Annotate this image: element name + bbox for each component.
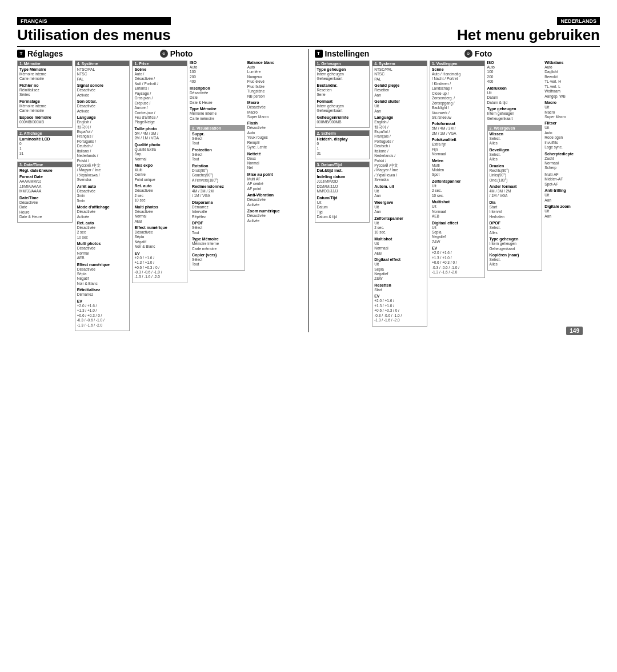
photo-icon-nl: ⊙ (464, 50, 472, 58)
fr-son-obtur: Son obtur. DésactivéeActivée (77, 99, 128, 114)
nl-geluid-sluiter: Geluid sluiter UitAan (374, 99, 425, 114)
fr-prise-multi: Multi photos DésactivéeNormalAEB (134, 205, 185, 224)
nl-scherptediepte2: Multi-AFMidden-AFSpot-AF (544, 172, 600, 187)
nl-systeem-header: 4. Systeem (372, 61, 427, 66)
nl-vastl-multishot: Multishot UitNormaalAEB (432, 200, 483, 219)
nl-digitale-zoom: Digitale zoom UitAan (544, 204, 600, 219)
title-nl: Het menu gebruiken (457, 26, 600, 44)
fr-prise-ret-auto: Ret. auto Désactivée2 sec10 sec (134, 184, 185, 203)
fr-multi-photos: Multi photos DésactivéeNormalAEB (77, 242, 128, 260)
fr-prise-body: Scène Auto /Désactivée /Nuit / Portrait … (133, 66, 187, 283)
nl-dpof: DPOF Select.Alles (490, 221, 540, 235)
fr-affichage-body: Luminosité LCD 0131 (18, 136, 72, 159)
fr-section-headers: T Réglages ⊙ Photo (17, 49, 303, 58)
fr-affichage-header: 2. Affichage (18, 131, 72, 136)
nl-wissen: Wissen Select.Alles (490, 132, 540, 146)
fr-datetime-body: Régl. date&heure Format Date AAAA/MM/JJJ… (18, 167, 72, 222)
fr-systeme-group: 4. Système NTSC/PAL NTSCPAL Signal sonor… (75, 61, 130, 331)
nl-dia: Dia StartIntervalHerhalen (490, 200, 540, 219)
nl-vastl-zelfontsp: Zelfontspanner Uit2 sec.10 sec. (432, 179, 483, 198)
fr-prise-header: 1. Prise (133, 61, 187, 66)
fr-mes-expo: Mes expo MultiCentrePoint unique (134, 163, 185, 182)
nl-macro: Macro UitMacroSuper Macro (544, 100, 600, 119)
fr-visualisation-group: 2. Visualisation Suppr. SélectTout Prote… (190, 125, 245, 271)
fr-reinit: Réinitialisez Démarrez (77, 288, 128, 297)
nl-helderh: Helderh. display 0131 (317, 137, 368, 156)
fr-rotation: Rotation Droit(90°)Gauche(90°)A l'envers… (192, 164, 243, 183)
fr-format-date: Format Date AAAA/MM/JJJJ/MM/AAAAMM/JJ/AA… (19, 175, 70, 194)
fr-diaporama: Diaporama DémarrezIntervalleRépétez (192, 200, 243, 219)
fr-prise-effect: Effect numérique DésactivéeSépiaNégatifN… (134, 226, 185, 250)
nl-beveiligen: Beveiligen Select.Alles (490, 148, 540, 162)
nl-digitaal-effect: Digitaal effect UitSepiaNegatiefZ&W (374, 257, 425, 281)
fr-dpof: DPOF SélectTout (192, 221, 243, 235)
nl-vastl-scene: Scène Auto / Handmatig/ Nacht / Portret/… (432, 67, 483, 120)
lang-badge-fr: FRANÇAIS (17, 17, 171, 25)
fr-iso: ISO Auto100200400 (190, 61, 245, 84)
header-right: NEDERLANDS Het menu gebruiken (457, 17, 600, 44)
fr-copier: Copier (vers) SélectTout (192, 253, 243, 267)
fr-mise-au-point: Mise au point Multi AFAF centréAF point (247, 172, 303, 191)
fr-memoire-header: 1. Mémoire (18, 61, 72, 66)
fr-date-time: Date/Time DésactivéeDateHeureDate & Heur… (19, 196, 70, 220)
nl-geheugen-group: 1. Geheugen Type geheugen Intern geheuge… (315, 61, 370, 128)
fr-balance-blanc: Balance blanc AutoLumièreNuageuxFluo éle… (247, 61, 303, 99)
fr-redim: Redimensionnez 4M / 3M / 2M/ 1M / VGA (192, 184, 243, 199)
nl-formaat: Formaat Intern geheugenGeheugenkaart (317, 99, 368, 114)
nl-col2: 4. Systeem NTSC/PAL NTSCPAL Geluid piepj… (372, 61, 427, 328)
fr-affichage-group: 2. Affichage Luminosité LCD 0131 (17, 130, 73, 159)
fr-col2: 4. Système NTSC/PAL NTSCPAL Signal sonor… (75, 61, 130, 332)
title-fr: Utilisation des menus (17, 26, 171, 44)
fr-col5: Balance blanc AutoLumièreNuageuxFluo éle… (247, 61, 303, 332)
nl-datum-tijd: Datum/Tijd UitDatumTijdDatum & tijd (317, 196, 368, 220)
nl-language: Language English /한국어 /Español /Français… (374, 115, 425, 183)
fr-datetime-header: 3. Date/Time (18, 162, 72, 167)
nl-dat-tijd-inst: Dat.&tijd inst. (317, 168, 368, 173)
page-wrapper: FRANÇAIS Utilisation des menus NEDERLAND… (17, 17, 600, 332)
fr-col3: 1. Prise Scène Auto /Désactivée /Nuit / … (132, 61, 187, 332)
nl-columns: 1. Geheugen Type geheugen Intern geheuge… (315, 61, 600, 328)
nl-geheugenruimte: Geheugenruimte 000MB/000MB (317, 115, 368, 124)
fr-espace-memoire: Espace mémoire 000MB/000MB (19, 115, 70, 124)
nl-type-geh3: Type geheugen Intern geheugenGeheugenkaa… (490, 237, 540, 251)
nl-vastleggen-body: Scène Auto / Handmatig/ Nacht / Portret/… (430, 66, 484, 277)
nl-fotokwaliteit: Fotokwaliteit Extra fijnFijnNormaal (432, 138, 483, 156)
nl-scherm-header: 2. Scherm (315, 131, 370, 136)
nl-geluid-piepje: Geluid piepje ResettenAan (374, 83, 425, 98)
fr-mode-affichage: Mode d'affichage DésactivéeActivée (77, 205, 128, 219)
nl-weergeven-body: Wissen Select.Alles Beveiligen Select.Al… (488, 131, 542, 270)
page-number: 149 (566, 327, 583, 335)
fr-reglages-title: T Réglages (17, 49, 63, 58)
nl-flitser: Flitser UitAutoRode ogenInvulflitsLage s… (544, 121, 600, 150)
fr-col1: 1. Mémoire Type Mémoire Mémoire interneC… (17, 61, 73, 332)
fr-arret-auto: Arrêt auto Désactivée3min5min (77, 184, 128, 203)
fr-datetime-group: 3. Date/Time Régl. date&heure Format Dat… (17, 162, 73, 223)
nl-vastl-ev: EV +2.0 / +1.6 /+1.3 / +1.0 /+0.6 / +0.3… (432, 246, 483, 275)
fr-type-mem3: Type Mémoire Mémoire interneCarte mémoir… (192, 237, 243, 251)
main-content: T Réglages ⊙ Photo 1. Mémoire (17, 49, 600, 332)
nl-ev: EV +2.0 / +1.6 /+1.3 / +1.0 /+0.6 / +0.3… (374, 294, 425, 323)
fr-visualisation-body: Suppr. SélectTout Protection SélectTout … (190, 131, 245, 270)
fr-signal-sonore: Signal sonore DésactivéeActivée (77, 83, 128, 98)
fr-prise-scene: Scène Auto /Désactivée /Nuit / Portrait … (134, 67, 185, 125)
nl-col5: Witbalans AutoDaglichtBewolktTL-verl. HT… (544, 61, 600, 328)
fr-visualisation-header: 2. Visualisation (190, 126, 245, 131)
nl-autom-uit: Autom. uit UitAan (374, 184, 425, 199)
nl-datumtijd-header: 3. Datum/Tijd (315, 162, 370, 167)
nl-weergeven-group: 2. Weergeven Wissen Select.Alles Beveili… (487, 125, 543, 271)
fr-flash: Flash DésactivéeAutoYeux rougesRemplirSy… (247, 121, 303, 150)
fr-prise-group: 1. Prise Scène Auto /Désactivée /Nuit / … (132, 61, 187, 283)
settings-icon-nl: T (315, 50, 323, 58)
nl-aldrukken: Aldrukken UitDatumDatum & tijd (487, 86, 543, 105)
nl-draaien: Draaien Rechts(90°)Links(90°)Ond.(180°) (490, 164, 540, 183)
nl-weergave: Weergave UitAan (374, 200, 425, 215)
fr-systeme-header: 4. Système (75, 61, 130, 66)
nl-zelfontspanner: Zelfontspanner Uit2 sec.10 sec. (374, 216, 425, 235)
fr-photo-title: ⊙ Photo (160, 49, 193, 58)
nl-anti-trilling: Anti-trilling UitAan (544, 188, 600, 203)
fr-prise-ev: EV +2.0 / +1.6 /+1.3 / +1.0 /+0.6 / +0.3… (134, 251, 185, 280)
nl-witbalans: Witbalans AutoDaglichtBewolktTL-verl. HT… (544, 61, 600, 99)
nl-multishot: Multishot UitNormaalAEB (374, 237, 425, 256)
nl-geheugen-header: 1. Geheugen (315, 61, 370, 66)
fr-col4: ISO Auto100200400 Inscription Désactivée… (190, 61, 245, 332)
